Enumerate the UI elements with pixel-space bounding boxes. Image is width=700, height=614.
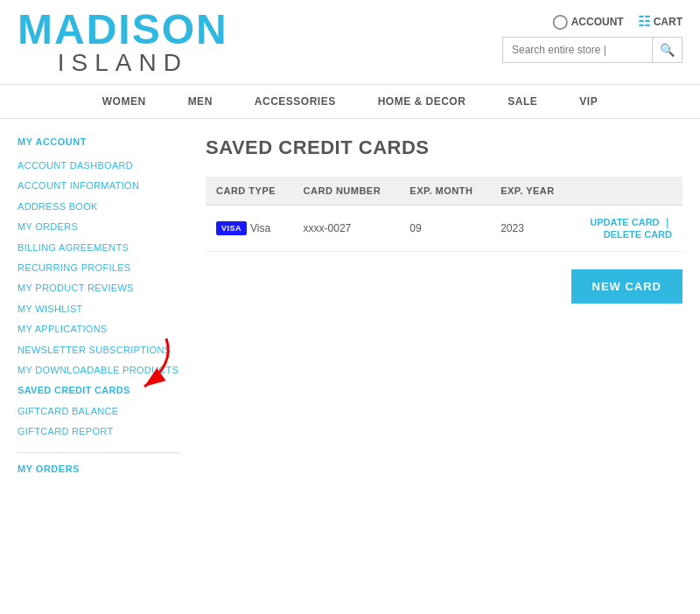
sidebar-item-downloadable[interactable]: MY DOWNLOADABLE PRODUCTS xyxy=(18,360,179,380)
header: MADISON ISLAND ◯ ACCOUNT ☷ CART 🔍 xyxy=(0,0,700,75)
exp-month-cell: 09 xyxy=(399,206,490,252)
table-row: VISA Visa xxxx-0027 09 2023 UPDATE CARD … xyxy=(206,206,682,252)
col-card-type: CARD TYPE xyxy=(206,177,293,206)
col-exp-month: EXP. MONTH xyxy=(399,177,490,206)
exp-year-cell: 2023 xyxy=(490,206,571,252)
new-card-row: NEW CARD xyxy=(206,269,682,304)
sidebar-item-recurring[interactable]: RECURRING PROFILES xyxy=(18,258,179,278)
nav-women[interactable]: WOMEN xyxy=(81,85,167,118)
card-type-cell: VISA Visa xyxy=(206,206,293,252)
visa-badge: VISA xyxy=(216,221,247,235)
sidebar-divider xyxy=(18,452,179,453)
cards-table: CARD TYPE CARD NUMBER EXP. MONTH EXP. YE… xyxy=(206,177,682,252)
update-card-link[interactable]: UPDATE CARD xyxy=(590,217,659,227)
sidebar-item-reviews[interactable]: MY PRODUCT REVIEWS xyxy=(18,278,179,298)
cart-label: CART xyxy=(654,16,682,28)
header-top-links: ◯ ACCOUNT ☷ CART xyxy=(552,13,682,30)
nav-sale[interactable]: SALE xyxy=(486,85,558,118)
sidebar-item-dashboard[interactable]: ACCOUNT DASHBOARD xyxy=(18,156,179,176)
account-icon: ◯ xyxy=(552,13,568,30)
new-card-button[interactable]: NEW CARD xyxy=(571,269,683,304)
logo-madison: MADISON xyxy=(18,9,228,51)
main-nav: WOMEN MEN ACCESSORIES HOME & DECOR SALE … xyxy=(0,84,700,119)
search-box: 🔍 xyxy=(502,37,682,63)
sidebar-item-account-info[interactable]: ACCOUNT INFORMATION xyxy=(18,176,179,196)
card-name: Visa xyxy=(250,222,270,234)
nav-men[interactable]: MEN xyxy=(167,85,234,118)
logo-island: ISLAND xyxy=(18,51,228,75)
nav-home-decor[interactable]: HOME & DECOR xyxy=(357,85,487,118)
action-separator: | xyxy=(666,216,668,228)
sidebar-item-saved-cards[interactable]: SAVED CREDIT CARDS xyxy=(18,380,179,401)
sidebar-item-newsletter[interactable]: NEWSLETTER SUBSCRIPTIONS xyxy=(18,340,179,360)
sidebar: MY ACCOUNT ACCOUNT DASHBOARD ACCOUNT INF… xyxy=(18,136,179,483)
sidebar-item-giftcard-balance[interactable]: GIFTCARD BALANCE xyxy=(18,401,179,422)
card-number-cell: xxxx-0027 xyxy=(293,206,400,252)
main-content: MY ACCOUNT ACCOUNT DASHBOARD ACCOUNT INF… xyxy=(0,119,700,500)
header-right: ◯ ACCOUNT ☷ CART 🔍 xyxy=(502,9,682,63)
col-actions xyxy=(571,177,682,206)
arrow-container: MY DOWNLOADABLE PRODUCTS xyxy=(18,360,179,380)
col-exp-year: EXP. YEAR xyxy=(490,177,571,206)
content-area: SAVED CREDIT CARDS CARD TYPE CARD NUMBER… xyxy=(206,136,682,483)
nav-accessories[interactable]: ACCESSORIES xyxy=(234,85,357,118)
sidebar-item-giftcard-report[interactable]: GIFTCARD REPORT xyxy=(18,422,179,442)
sidebar-item-my-orders[interactable]: MY ORDERS xyxy=(18,217,179,237)
account-link[interactable]: ◯ ACCOUNT xyxy=(552,13,624,30)
search-input[interactable] xyxy=(503,38,652,61)
cart-icon: ☷ xyxy=(638,13,650,30)
sidebar-section-title: MY ACCOUNT xyxy=(18,136,179,147)
account-label: ACCOUNT xyxy=(571,16,624,28)
sidebar-item-billing[interactable]: BILLING AGREEMENTS xyxy=(18,238,179,258)
sidebar-bottom-section: MY ORDERS xyxy=(18,464,179,474)
search-button[interactable]: 🔍 xyxy=(652,38,682,62)
logo: MADISON ISLAND xyxy=(18,9,228,75)
page-title: SAVED CREDIT CARDS xyxy=(206,136,682,159)
delete-card-link[interactable]: DELETE CARD xyxy=(604,229,672,240)
nav-vip[interactable]: VIP xyxy=(558,85,619,118)
sidebar-item-wishlist[interactable]: MY WISHLIST xyxy=(18,299,179,319)
actions-cell: UPDATE CARD | DELETE CARD xyxy=(571,206,682,252)
cart-link[interactable]: ☷ CART xyxy=(638,13,682,30)
col-card-number: CARD NUMBER xyxy=(293,177,400,206)
sidebar-item-applications[interactable]: MY APPLICATIONS xyxy=(18,319,179,339)
sidebar-item-address-book[interactable]: ADDRESS BOOK xyxy=(18,197,179,217)
